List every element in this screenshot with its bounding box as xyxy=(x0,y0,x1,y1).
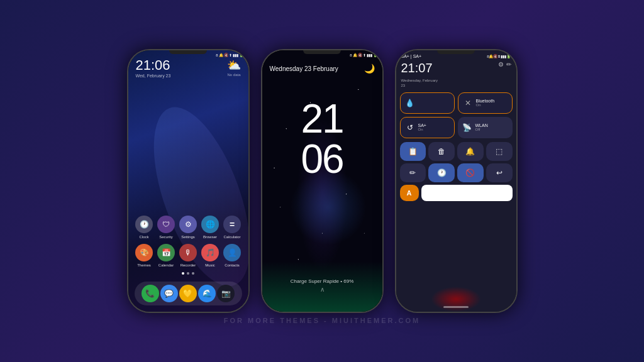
water-drop-icon: 💧 xyxy=(405,99,415,107)
contacts-icon: 👤 xyxy=(223,244,241,261)
cc-small-row-2: ✏ 🕐 🚫 ↩ xyxy=(396,163,516,182)
watermark-text: FOR MORE THEMES - MIUITHEMER.COM xyxy=(224,317,420,324)
clock-icon: 🕐 xyxy=(135,216,153,233)
cc-toggle-scan[interactable]: ⬚ xyxy=(486,142,513,161)
app-settings[interactable]: ⚙ Settings xyxy=(177,216,199,239)
sa-label: SA+ xyxy=(418,123,426,128)
dock-app3[interactable]: 💛 xyxy=(179,285,197,302)
calendar-label: Calendar xyxy=(158,263,174,267)
edit-icon[interactable]: ✏ xyxy=(506,61,511,68)
cc-toggle-trash[interactable]: 🗑 xyxy=(428,142,455,161)
cc-small-row-1: 📋 🗑 🔔 ⬚ xyxy=(396,142,516,161)
cc-toggle-pen[interactable]: ✏ xyxy=(400,163,426,182)
phone-homescreen: 8🔔🔇⬆▮▮▮🔋 21:06 Wed, February 23 ⛅ No dat… xyxy=(127,49,250,313)
charge-text-label: Charge Super Rapide • 69% xyxy=(262,278,382,284)
app-row-1: 🕐 Clock 🛡 Security ⚙ Settings 🌐 Browser … xyxy=(133,216,243,239)
cc-toggle-noentry[interactable]: 🚫 xyxy=(457,163,484,182)
wlan-icon: 📡 xyxy=(462,123,472,132)
status-bar: 8🔔🔇⬆▮▮▮🔋 xyxy=(128,50,248,58)
bluetooth-status: On xyxy=(476,103,495,107)
lock-status-icons: 8🔔🔇⬆▮▮▮🔋 xyxy=(350,53,377,57)
app-music[interactable]: 🎵 Music xyxy=(199,244,221,267)
dot-3 xyxy=(192,272,194,275)
app-grid: 🕐 Clock 🛡 Security ⚙ Settings 🌐 Browser … xyxy=(128,216,248,277)
dot-2 xyxy=(187,272,189,275)
cc-tile-bluetooth[interactable]: ✕ Bluetooth On xyxy=(458,92,513,114)
cc-screen: SA+ | SA+ 8🔔🔇⬆▮▮▮🔋 21:07 Wednesday, Febr… xyxy=(396,50,516,312)
red-glow-decoration xyxy=(431,287,481,312)
cc-settings-icons: ⚙ ✏ xyxy=(498,61,511,68)
power-button[interactable] xyxy=(248,110,250,130)
settings-icon: ⚙ xyxy=(179,216,197,233)
cc-tiles-grid: 💧 ✕ Bluetooth On ↺ SA+ On 📡 xyxy=(396,91,516,140)
app-row-2: 🎨 Themes 📅 Calendar 🎙 Recorder 🎵 Music 👤 xyxy=(133,244,243,267)
gear-icon[interactable]: ⚙ xyxy=(498,61,504,68)
bluetooth-label: Bluetooth xyxy=(476,99,495,103)
phone-lockscreen: 8🔔🔇⬆▮▮▮🔋 Wednesday 23 February 🌙 21 06 C… xyxy=(261,49,384,313)
cc-tile-sa-info: SA+ On xyxy=(418,123,426,131)
app-clock[interactable]: 🕐 Clock xyxy=(133,216,155,239)
page-dots xyxy=(133,272,243,275)
cc-date: Wednesday, February 23 xyxy=(401,78,438,89)
lock-time-bottom: 06 xyxy=(262,139,382,179)
home-time: 21:06 xyxy=(136,58,171,72)
app-security[interactable]: 🛡 Security xyxy=(155,216,177,239)
top-widgets: 21:06 Wed, February 23 ⛅ No data xyxy=(128,58,248,78)
music-label: Music xyxy=(205,263,215,267)
themes-label: Themes xyxy=(137,263,151,267)
app-themes[interactable]: 🎨 Themes xyxy=(133,244,155,267)
cc-toggle-return[interactable]: ↩ xyxy=(486,163,513,182)
dock-camera[interactable]: 📷 xyxy=(217,285,235,302)
cc-time: 21:07 xyxy=(401,61,438,75)
cc-toggle-clipboard[interactable]: 📋 xyxy=(400,142,426,161)
calculator-label: Calculator xyxy=(223,235,240,239)
cc-bottom-bar: A xyxy=(396,182,516,202)
swipe-up-arrow[interactable]: ∧ xyxy=(262,286,382,293)
app-calculator[interactable]: = Calculator xyxy=(221,216,243,239)
cc-toggle-clock2[interactable]: 🕐 xyxy=(428,163,455,182)
cc-tile-wlan[interactable]: 📡 WLAN Off xyxy=(458,117,513,138)
power-button-3[interactable] xyxy=(516,110,518,130)
lock-status-bar: 8🔔🔇⬆▮▮▮🔋 xyxy=(262,50,382,58)
weather-icon: ⛅ xyxy=(227,58,241,72)
clock-widget: 21:06 Wed, February 23 xyxy=(136,58,171,78)
app-browser[interactable]: 🌐 Browser xyxy=(199,216,221,239)
app-contacts[interactable]: 👤 Contacts xyxy=(221,244,243,267)
lock-date: Wednesday 23 February xyxy=(270,65,338,72)
wlan-label: WLAN xyxy=(475,123,488,128)
security-label: Security xyxy=(159,235,173,239)
sa-status: On xyxy=(418,128,426,131)
cc-status-bar: SA+ | SA+ 8🔔🔇⬆▮▮▮🔋 xyxy=(396,50,516,60)
music-icon: 🎵 xyxy=(201,244,219,261)
cc-a-button[interactable]: A xyxy=(400,185,419,201)
themes-icon: 🎨 xyxy=(135,244,153,261)
sa-icon: ↺ xyxy=(405,123,415,132)
dock-app4[interactable]: 🌊 xyxy=(198,285,216,302)
bluetooth-icon: ✕ xyxy=(463,99,473,107)
phone-controlcenter: SA+ | SA+ 8🔔🔇⬆▮▮▮🔋 21:07 Wednesday, Febr… xyxy=(395,49,518,313)
browser-label: Browser xyxy=(203,235,217,239)
cc-status-icons: 8🔔🔇⬆▮▮▮🔋 xyxy=(487,54,511,58)
power-button-2[interactable] xyxy=(382,110,384,130)
app-recorder[interactable]: 🎙 Recorder xyxy=(177,244,199,267)
dock-phone[interactable]: 📞 xyxy=(142,285,159,302)
cc-tile-wlan-info: WLAN Off xyxy=(475,123,488,131)
dock-messages[interactable]: 💬 xyxy=(160,285,178,302)
cc-tile-sa[interactable]: ↺ SA+ On xyxy=(400,117,455,138)
wlan-status: Off xyxy=(475,128,488,131)
cc-time-row: 21:07 Wednesday, February 23 ⚙ ✏ xyxy=(396,60,516,91)
weather-widget: ⛅ No data xyxy=(227,58,241,77)
cc-tile-water[interactable]: 💧 xyxy=(400,92,455,114)
calendar-icon: 📅 xyxy=(157,244,175,261)
cc-brightness-slider[interactable] xyxy=(421,185,513,201)
status-icons: 8🔔🔇⬆▮▮▮🔋 xyxy=(216,53,243,57)
dot-1 xyxy=(182,272,184,275)
recorder-label: Recorder xyxy=(180,263,196,267)
cc-toggle-bell[interactable]: 🔔 xyxy=(457,142,484,161)
clock-label: Clock xyxy=(139,235,148,239)
home-date: Wed, February 23 xyxy=(136,74,171,78)
homescreen-screen: 8🔔🔇⬆▮▮▮🔋 21:06 Wed, February 23 ⛅ No dat… xyxy=(128,50,248,312)
app-calendar[interactable]: 📅 Calendar xyxy=(155,244,177,267)
dock: 📞 💬 💛 🌊 📷 xyxy=(135,282,242,305)
lock-clock: 21 06 xyxy=(262,99,382,179)
